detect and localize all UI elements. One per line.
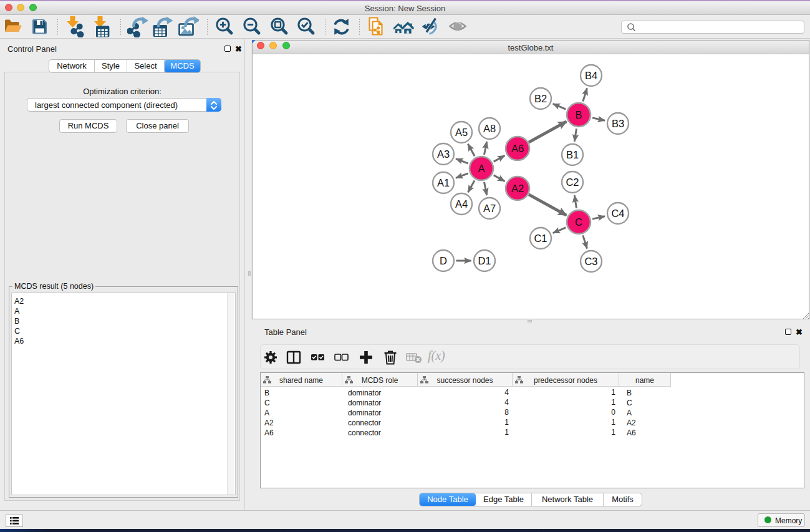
svg-text:A4: A4 [455,198,468,210]
svg-text:C4: C4 [611,208,624,219]
svg-text:A6: A6 [511,143,524,154]
svg-text:A: A [478,163,485,174]
svg-text:B: B [575,109,582,120]
svg-text:A8: A8 [483,123,496,134]
svg-text:B1: B1 [566,149,579,160]
svg-text:C2: C2 [566,177,579,188]
svg-text:D1: D1 [478,255,491,266]
svg-text:C3: C3 [584,256,597,267]
svg-text:C: C [575,216,582,228]
svg-text:A5: A5 [455,127,468,138]
svg-text:B2: B2 [534,93,547,104]
svg-text:D: D [440,255,447,266]
svg-text:C1: C1 [534,233,547,244]
svg-text:A3: A3 [437,148,450,160]
svg-text:A7: A7 [483,203,496,214]
svg-text:B4: B4 [585,70,597,81]
svg-text:A2: A2 [511,183,524,194]
svg-text:B3: B3 [612,118,624,129]
svg-text:A1: A1 [437,177,450,188]
